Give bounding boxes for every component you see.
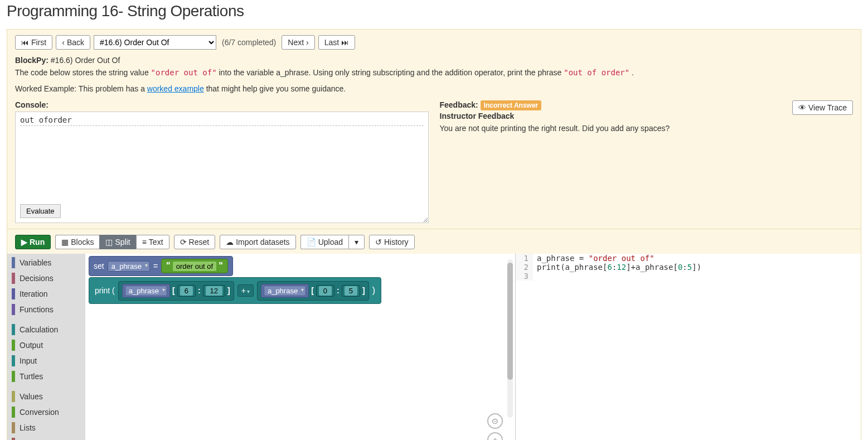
line-number-1: 1 [516, 254, 532, 263]
import-datasets-button[interactable]: ☁ Import datasets [220, 235, 296, 249]
block-number-1a[interactable]: 6 [177, 285, 196, 297]
category-panel: VariablesDecisionsIterationFunctionsCalc… [7, 254, 85, 440]
page-title: Programming 16- String Operations [0, 0, 868, 26]
category-output[interactable]: Output [7, 337, 85, 353]
category-values[interactable]: Values [7, 389, 85, 404]
category-swatch [12, 438, 15, 440]
block-number-2a[interactable]: 0 [316, 285, 334, 297]
set-label: set [94, 262, 104, 270]
upload-group: 📄 Upload ▾ [300, 235, 365, 249]
next-icon: › [306, 38, 309, 47]
reset-button[interactable]: ⟳ Reset [174, 235, 216, 249]
upload-button[interactable]: 📄 Upload [300, 235, 348, 249]
zoom-controls: ⊙ ＋ [487, 413, 503, 440]
history-button[interactable]: ↺ History [369, 235, 415, 249]
text-button[interactable]: ≡ Text [136, 235, 169, 249]
evaluate-button[interactable]: Evaluate [20, 204, 61, 218]
problem-description: BlockPy: #16.6) Order Out Of The code be… [15, 54, 853, 79]
worked-example-line: Worked Example: This problem has a worke… [15, 83, 853, 95]
block-subscript-1[interactable]: a_phrase [ 6 : 12 ] [118, 281, 234, 301]
code-line-1[interactable]: 1 a_phrase = "order out of" [516, 254, 861, 263]
eye-icon: 👁 [798, 103, 806, 112]
nav-row: ⏮First ‹Back #16.6) Order Out Of (6/7 co… [15, 35, 853, 50]
category-lists[interactable]: Lists [7, 420, 85, 436]
block-plus-operator[interactable]: + [237, 284, 254, 297]
grid-icon: ▦ [61, 238, 69, 246]
operator-dropdown-icon[interactable] [247, 286, 250, 295]
block-subscript-2[interactable]: a_phrase [ 0 : 5 ] [257, 281, 369, 301]
blockpy-label: BlockPy: [15, 56, 49, 65]
category-functions[interactable]: Functions [7, 302, 85, 317]
string-value[interactable]: order out of [173, 262, 217, 271]
category-swatch [12, 257, 15, 268]
editor-area: VariablesDecisionsIterationFunctionsCalc… [7, 254, 861, 440]
variable-dropdown[interactable]: a_phrase [108, 261, 150, 272]
first-icon: ⏮ [21, 38, 29, 47]
problem-select[interactable]: #16.6) Order Out Of [94, 35, 216, 50]
close-quote-icon: " [219, 261, 223, 271]
run-button[interactable]: ▶ Run [15, 235, 51, 249]
category-variables[interactable]: Variables [7, 255, 85, 270]
console-output[interactable]: out oforder Evaluate [15, 112, 429, 223]
category-label: Calculation [20, 325, 58, 334]
completed-count: (6/7 completed) [222, 38, 276, 47]
play-icon: ▶ [21, 238, 27, 246]
upload-dropdown-button[interactable]: ▾ [348, 235, 365, 249]
category-label: Turtles [20, 372, 43, 381]
category-input[interactable]: Input [7, 353, 85, 369]
zoom-in-button[interactable]: ＋ [487, 432, 503, 440]
split-button[interactable]: ◫ Split [99, 235, 135, 249]
blocks-button[interactable]: ▦ Blocks [55, 235, 99, 249]
block-number-2b[interactable]: 5 [342, 285, 360, 297]
print-label: print ( [95, 286, 115, 295]
block-number-1b[interactable]: 12 [203, 285, 225, 297]
scrollbar-thumb[interactable] [507, 263, 513, 380]
category-swatch [12, 273, 15, 284]
code-pane[interactable]: 1 a_phrase = "order out of" 2 print(a_ph… [515, 254, 861, 440]
category-calculation[interactable]: Calculation [7, 322, 85, 337]
problem-id: #16.6) Order Out Of [51, 56, 120, 65]
refresh-icon: ⟳ [180, 238, 187, 246]
feedback-label: Feedback: Incorrect Answer [440, 100, 854, 109]
category-label: Decisions [20, 274, 54, 283]
variable-dropdown-1[interactable]: a_phrase [125, 286, 167, 296]
category-conversion[interactable]: Conversion [7, 404, 85, 420]
back-icon: ‹ [62, 38, 65, 47]
equals-label: = [153, 262, 158, 270]
variable-dropdown-2[interactable]: a_phrase [264, 286, 306, 296]
block-string-literal[interactable]: " order out of " [161, 259, 228, 273]
category-swatch [12, 371, 15, 382]
category-dictionaries[interactable]: Dictionaries [7, 436, 85, 440]
text-icon: ≡ [142, 238, 147, 246]
category-swatch [12, 407, 15, 418]
view-trace-button[interactable]: 👁 View Trace [792, 100, 853, 115]
zoom-center-button[interactable]: ⊙ [487, 413, 503, 429]
close-paren: ) [372, 286, 375, 296]
block-print[interactable]: print ( a_phrase [ 6 : 12 ] + a_phrase [… [89, 277, 381, 304]
canvas-scrollbar[interactable] [507, 259, 513, 418]
category-swatch [12, 288, 15, 299]
code-line-2[interactable]: 2 print(a_phrase[6:12]+a_phrase[0:5]) [516, 263, 861, 272]
next-button[interactable]: Next› [282, 35, 314, 50]
category-decisions[interactable]: Decisions [7, 270, 85, 286]
block-set-variable[interactable]: set a_phrase = " order out of " [89, 256, 233, 276]
block-variable-1[interactable]: a_phrase [122, 284, 170, 298]
history-icon: ↺ [375, 238, 382, 246]
blocks-canvas[interactable]: set a_phrase = " order out of " print ( … [85, 254, 515, 440]
category-swatch [12, 324, 15, 335]
category-swatch [12, 355, 15, 366]
category-label: Lists [20, 423, 36, 432]
back-button[interactable]: ‹Back [56, 35, 90, 50]
category-iteration[interactable]: Iteration [7, 286, 85, 302]
category-label: Conversion [20, 408, 59, 417]
worked-example-link[interactable]: worked example [147, 84, 204, 93]
literal-1: "order out of" [151, 68, 217, 77]
assignment-panel: ⏮First ‹Back #16.6) Order Out Of (6/7 co… [7, 29, 861, 229]
console-label: Console: [15, 100, 429, 109]
category-turtles[interactable]: Turtles [7, 369, 85, 384]
first-button[interactable]: ⏮First [15, 35, 52, 50]
code-line-3[interactable]: 3 [516, 272, 861, 281]
last-button[interactable]: Last⏭ [318, 35, 355, 50]
block-variable-2[interactable]: a_phrase [261, 284, 309, 298]
cloud-download-icon: ☁ [226, 238, 234, 246]
